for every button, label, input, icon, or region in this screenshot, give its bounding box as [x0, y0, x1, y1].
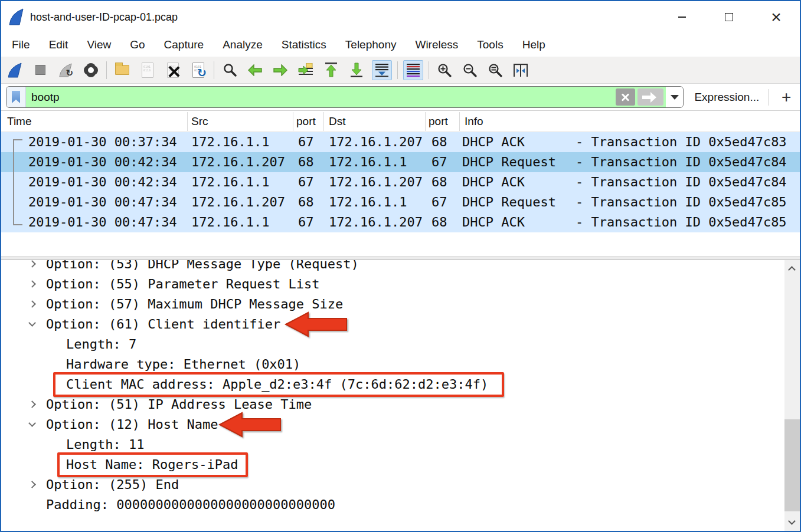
detail-text: Option: (12) Host Name	[46, 415, 218, 435]
go-to-bottom-button[interactable]	[346, 60, 367, 80]
menu-capture[interactable]: Capture	[155, 34, 214, 56]
cell-transaction: - Transaction ID 0x5ed47c83	[576, 132, 787, 152]
go-forward-button[interactable]	[270, 60, 290, 80]
chevron-down-icon	[671, 95, 679, 100]
cell-time: 2019-01-30 00:42:34	[28, 152, 177, 172]
menu-file[interactable]: File	[2, 34, 40, 56]
resize-columns-button[interactable]	[511, 60, 531, 80]
filter-bookmark-button[interactable]	[6, 87, 26, 107]
start-capture-button[interactable]	[5, 60, 25, 80]
zoom-out-button[interactable]	[460, 60, 480, 80]
close-button[interactable]: ×	[761, 1, 791, 33]
zoom-out-icon	[463, 63, 477, 77]
column-separator[interactable]	[323, 112, 324, 131]
menu-analyze[interactable]: Analyze	[213, 34, 272, 56]
details-scrollbar[interactable]	[784, 260, 800, 531]
detail-row-client-identifier[interactable]: Option: (61) Client identifier	[1, 314, 800, 334]
restart-arrow-icon: ↻	[66, 68, 73, 78]
minimize-button[interactable]	[667, 1, 697, 33]
packet-row-5[interactable]: 2019-01-30 00:47:34172.16.1.167172.16.1.…	[1, 212, 800, 232]
column-header-dst[interactable]: Dst	[329, 111, 346, 132]
detail-text: Hardware type: Ethernet (0x01)	[66, 354, 300, 375]
find-packet-button[interactable]	[220, 60, 240, 80]
column-header-time[interactable]: Time	[7, 111, 32, 132]
go-to-top-button[interactable]	[321, 60, 341, 80]
zoom-in-button[interactable]	[434, 60, 455, 80]
cell-info: DHCP ACK	[462, 132, 525, 152]
column-header-dport[interactable]: port	[429, 111, 448, 132]
capture-options-button[interactable]	[81, 60, 101, 80]
packet-list-pane: Time Src port Dst port Info 2019-01-30 0…	[1, 111, 800, 257]
cell-sport: 67	[298, 212, 314, 232]
menu-help[interactable]: Help	[513, 34, 555, 56]
colorize-toggle[interactable]	[403, 60, 423, 80]
filter-bar: bootp Expression... +	[1, 84, 800, 111]
chevron-down-icon[interactable]	[28, 419, 36, 427]
zoom-reset-icon	[488, 63, 502, 77]
toolbar-separator	[214, 61, 214, 79]
chevron-right-icon[interactable]	[28, 481, 36, 488]
filter-clear-button[interactable]	[616, 88, 635, 106]
detail-row[interactable]: Option: (55) Parameter Request List	[1, 274, 800, 294]
column-header-info[interactable]: Info	[465, 111, 483, 132]
auto-scroll-icon	[375, 63, 389, 77]
save-file-button[interactable]	[138, 60, 158, 80]
detail-row[interactable]: Hardware type: Ethernet (0x01)	[1, 354, 800, 375]
gear-icon	[85, 64, 97, 76]
detail-row[interactable]: Option: (255) End	[1, 475, 800, 495]
menu-statistics[interactable]: Statistics	[272, 34, 336, 56]
scroll-down-icon[interactable]	[788, 517, 796, 525]
column-header-src[interactable]: Src	[191, 111, 208, 132]
cell-time: 2019-01-30 00:47:34	[28, 192, 177, 212]
reload-file-button[interactable]: ↻	[188, 60, 208, 80]
cell-dport: 68	[431, 132, 447, 152]
packet-row-4[interactable]: 2019-01-30 00:47:34172.16.1.20768172.16.…	[1, 192, 800, 212]
scroll-up-icon[interactable]	[788, 266, 796, 274]
column-header-sport[interactable]: port	[296, 111, 316, 132]
detail-row[interactable]: Option: (51) IP Address Lease Time	[1, 395, 800, 415]
column-separator[interactable]	[187, 112, 188, 131]
column-separator[interactable]	[293, 112, 293, 131]
restart-capture-button[interactable]: ↻	[55, 60, 76, 80]
detail-row[interactable]: Length: 7	[1, 334, 800, 354]
close-file-button[interactable]	[163, 60, 183, 80]
packet-row-3[interactable]: 2019-01-30 00:42:34172.16.1.167172.16.1.…	[1, 172, 800, 192]
chevron-right-icon[interactable]	[28, 260, 36, 268]
cell-src: 172.16.1.207	[191, 192, 285, 212]
detail-row-padding[interactable]: Padding: 0000000000000000000000000000	[1, 495, 800, 515]
go-to-packet-button[interactable]	[296, 60, 316, 80]
chevron-down-icon[interactable]	[28, 319, 36, 327]
column-separator[interactable]	[459, 112, 460, 131]
annotation-box-client-mac	[53, 372, 504, 397]
menu-tools[interactable]: Tools	[467, 34, 512, 56]
maximize-button[interactable]	[714, 1, 744, 33]
stop-capture-button[interactable]	[30, 60, 50, 80]
menu-telephony[interactable]: Telephony	[336, 34, 406, 56]
detail-row-host-name-option[interactable]: Option: (12) Host Name	[1, 415, 800, 435]
column-separator[interactable]	[425, 112, 426, 131]
chevron-right-icon[interactable]	[28, 400, 36, 408]
packet-row-1[interactable]: 2019-01-30 00:37:34172.16.1.167172.16.1.…	[1, 132, 800, 152]
zoom-original-button[interactable]	[485, 60, 505, 80]
packet-row-2-selected[interactable]: 2019-01-30 00:42:34172.16.1.20768172.16.…	[1, 152, 800, 172]
expression-button[interactable]: Expression...	[694, 91, 759, 104]
menu-view[interactable]: View	[77, 34, 120, 56]
open-file-button[interactable]	[112, 60, 132, 80]
menu-go[interactable]: Go	[120, 34, 154, 56]
scrollbar-thumb[interactable]	[784, 419, 800, 511]
go-back-button[interactable]	[245, 60, 265, 80]
detail-row[interactable]: Option: (53) DHCP Message Type (Request)	[1, 260, 800, 274]
add-filter-button[interactable]: +	[777, 88, 795, 106]
packet-details-pane: Option: (53) DHCP Message Type (Request)…	[1, 260, 800, 531]
filter-dropdown-button[interactable]	[666, 87, 683, 107]
auto-scroll-toggle[interactable]	[372, 60, 392, 80]
back-arrow-icon	[248, 64, 262, 76]
menu-edit[interactable]: Edit	[40, 34, 78, 56]
detail-row[interactable]: Length: 11	[1, 435, 800, 455]
detail-row[interactable]: Option: (57) Maximum DHCP Message Size	[1, 294, 800, 314]
chevron-right-icon[interactable]	[28, 300, 36, 308]
filter-apply-button[interactable]	[637, 88, 663, 106]
menu-wireless[interactable]: Wireless	[406, 34, 467, 56]
chevron-right-icon[interactable]	[28, 280, 36, 288]
display-filter-input[interactable]: bootp	[26, 87, 614, 107]
